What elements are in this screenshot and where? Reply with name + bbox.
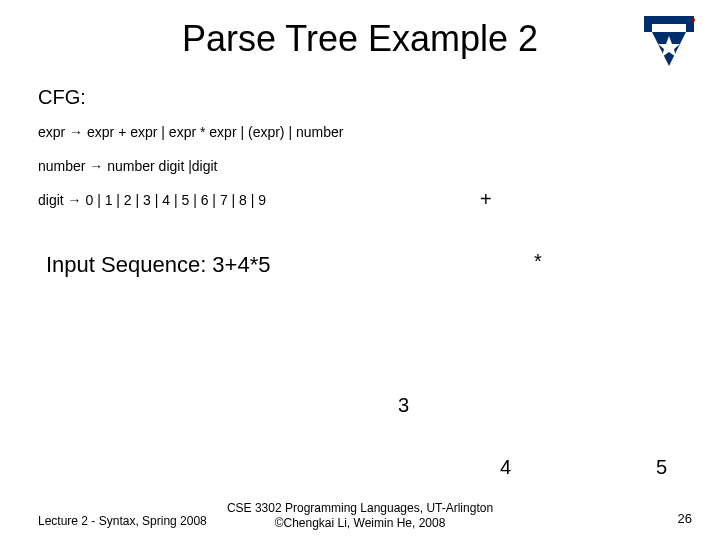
footer-course-line1: CSE 3302 Programming Languages, UT-Arlin… — [227, 501, 493, 515]
slide-title: Parse Tree Example 2 — [0, 18, 720, 60]
grammar-rule-number: number → number digit |digit — [38, 158, 218, 174]
footer-course-info: CSE 3302 Programming Languages, UT-Arlin… — [0, 501, 720, 532]
footer-course-line2: ©Chengkai Li, Weimin He, 2008 — [275, 516, 446, 530]
tree-node-3: 3 — [398, 394, 409, 417]
grammar-rule-expr: expr → expr + expr | expr * expr | (expr… — [38, 124, 343, 140]
tree-node-star: * — [534, 250, 542, 273]
tree-node-4: 4 — [500, 456, 511, 479]
cfg-heading: CFG: — [38, 86, 86, 109]
tree-node-5: 5 — [656, 456, 667, 479]
tree-node-plus: + — [480, 188, 492, 211]
slide-number: 26 — [678, 511, 692, 526]
uta-logo — [642, 14, 696, 72]
grammar-rule-digit: digit → 0 | 1 | 2 | 3 | 4 | 5 | 6 | 7 | … — [38, 192, 266, 208]
svg-point-0 — [691, 18, 695, 22]
input-sequence-label: Input Sequence: 3+4*5 — [46, 252, 270, 278]
